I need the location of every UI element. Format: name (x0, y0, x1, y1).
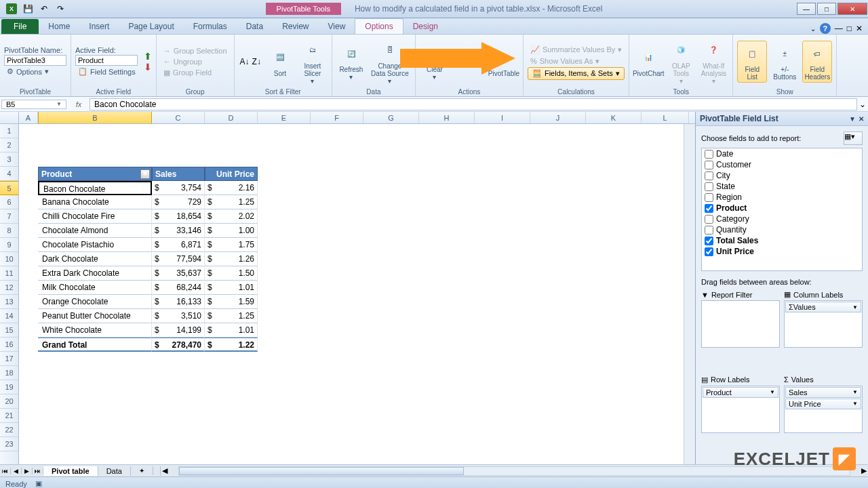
field-panel-close-icon[interactable]: ✕ (859, 115, 864, 123)
row-header-7[interactable]: 7 (0, 209, 18, 224)
cell[interactable]: Orange Chocolate (38, 295, 152, 309)
minimize-button[interactable]: — (797, 3, 816, 15)
layout-button[interactable]: ▦▾ (844, 131, 863, 145)
cell[interactable]: $1.01 (205, 323, 258, 338)
row-header-21[interactable]: 21 (0, 409, 18, 423)
report-filter-zone[interactable] (701, 300, 780, 348)
window-restore-icon[interactable]: □ (847, 24, 852, 33)
row-header-14[interactable]: 14 (0, 309, 18, 323)
show-values-button[interactable]: % Show Values As ▾ (528, 56, 625, 67)
col-header-J[interactable]: J (530, 112, 586, 123)
cell[interactable]: $729 (152, 195, 205, 209)
field-item-city[interactable]: City (702, 170, 862, 181)
cell[interactable]: Chocolate Pistachio (38, 238, 152, 252)
undo-icon[interactable]: ↶ (37, 1, 52, 16)
tab-review[interactable]: Review (273, 19, 318, 34)
last-sheet-icon[interactable]: ⏭ (33, 468, 43, 474)
sort-asc-icon[interactable]: A↓ (239, 56, 251, 68)
sheet-tab-data[interactable]: Data (98, 466, 131, 476)
tab-options[interactable]: Options (355, 18, 403, 34)
group-field-button[interactable]: ▦ Group Field (161, 67, 230, 79)
field-list[interactable]: DateCustomerCityStateRegionProductCatego… (701, 148, 863, 271)
col-header-A[interactable]: A (19, 112, 38, 123)
cell[interactable]: Milk Chocolate (38, 281, 152, 295)
cell[interactable]: Sales (152, 167, 205, 181)
cell[interactable]: $1.25 (205, 309, 258, 323)
row-header-3[interactable]: 3 (0, 152, 18, 167)
row-item-product[interactable]: Product▼ (703, 387, 778, 398)
sheet-tab-pivot[interactable]: Pivot table (43, 466, 98, 476)
cell[interactable]: $14,199 (152, 323, 205, 338)
value-item-unit-price[interactable]: Unit Price▼ (785, 399, 861, 409)
whatif-button[interactable]: ❓What-If Analysis ▾ (698, 38, 728, 86)
row-header-4[interactable]: 4 (0, 167, 18, 181)
row-labels-zone[interactable]: Product▼ (701, 386, 780, 433)
row-header-2[interactable]: 2 (0, 138, 18, 152)
name-box[interactable]: B5▼ (1, 100, 66, 109)
insert-slicer-button[interactable]: 🗂Insert Slicer ▾ (298, 38, 328, 86)
values-zone[interactable]: Sales▼ Unit Price▼ (784, 386, 863, 433)
col-header-K[interactable]: K (586, 112, 642, 123)
cell[interactable]: $3,754 (152, 181, 205, 195)
field-item-region[interactable]: Region (702, 192, 862, 203)
expand-field-icon[interactable]: ⬆ (144, 51, 152, 62)
maximize-button[interactable]: □ (817, 3, 836, 15)
cell[interactable]: Dark Chocolate (38, 252, 152, 266)
cell[interactable]: $2.02 (205, 209, 258, 224)
tab-design[interactable]: Design (403, 19, 448, 34)
row-header-18[interactable]: 18 (0, 366, 18, 380)
row-header-8[interactable]: 8 (0, 224, 18, 238)
sort-button[interactable]: 🔤Sort (265, 45, 295, 79)
cell[interactable]: $1.26 (205, 252, 258, 266)
col-header-G[interactable]: G (363, 112, 419, 123)
tab-formulas[interactable]: Formulas (184, 19, 237, 34)
field-settings-button[interactable]: 📋 Field Settings (75, 66, 138, 77)
row-header-20[interactable]: 20 (0, 394, 18, 409)
active-field-input[interactable] (75, 55, 138, 66)
row-header-5[interactable]: 5 (0, 181, 18, 195)
clear-button[interactable]: 🧹Clear ▾ (420, 41, 450, 82)
cell[interactable]: $1.50 (205, 266, 258, 281)
col-header-L[interactable]: L (642, 112, 689, 123)
tab-data[interactable]: Data (237, 19, 273, 34)
olap-tools-button[interactable]: 🧊OLAP Tools ▾ (666, 38, 696, 86)
cell[interactable]: $6,871 (152, 238, 205, 252)
field-item-category[interactable]: Category (702, 214, 862, 224)
col-header-F[interactable]: F (311, 112, 363, 123)
cell[interactable]: $35,637 (152, 266, 205, 281)
row-header-22[interactable]: 22 (0, 423, 18, 437)
cell[interactable]: $1.25 (205, 195, 258, 209)
col-header-D[interactable]: D (205, 112, 258, 123)
cell[interactable]: $18,654 (152, 209, 205, 224)
cell[interactable]: Peanut Butter Chocolate (38, 309, 152, 323)
cell[interactable]: $33,146 (152, 224, 205, 238)
row-header-19[interactable]: 19 (0, 380, 18, 394)
cell[interactable]: $1.59 (205, 295, 258, 309)
cell[interactable]: Grand Total (38, 338, 152, 352)
redo-icon[interactable]: ↷ (53, 1, 68, 16)
cell[interactable]: Product▼ (38, 167, 152, 181)
row-header-15[interactable]: 15 (0, 323, 18, 338)
cell[interactable]: $1.00 (205, 224, 258, 238)
column-item-values[interactable]: Σ Values▼ (785, 302, 861, 312)
field-item-date[interactable]: Date (702, 148, 862, 159)
cell-grid[interactable]: Product▼SalesUnit PriceBacon Chocolate$3… (19, 124, 684, 464)
minimize-ribbon-icon[interactable]: ⌄ (810, 25, 816, 33)
macro-record-icon[interactable]: ▣ (35, 479, 42, 488)
row-header-23[interactable]: 23 (0, 437, 18, 451)
window-close-icon[interactable]: ✕ (856, 24, 863, 33)
first-sheet-icon[interactable]: ⏮ (0, 468, 11, 474)
col-header-E[interactable]: E (258, 112, 311, 123)
pivotchart-button[interactable]: 📊PivotChart (633, 45, 663, 79)
col-header-H[interactable]: H (419, 112, 475, 123)
field-item-state[interactable]: State (702, 181, 862, 192)
vertical-scrollbar[interactable] (684, 124, 695, 464)
col-header-I[interactable]: I (475, 112, 530, 123)
cell[interactable]: $68,244 (152, 281, 205, 295)
cell[interactable]: Chilli Chocolate Fire (38, 209, 152, 224)
row-header-17[interactable]: 17 (0, 352, 18, 366)
row-header-10[interactable]: 10 (0, 252, 18, 266)
cell[interactable]: $1.75 (205, 238, 258, 252)
prev-sheet-icon[interactable]: ◀ (11, 468, 22, 474)
formula-input[interactable]: Bacon Chocolate (90, 98, 857, 110)
